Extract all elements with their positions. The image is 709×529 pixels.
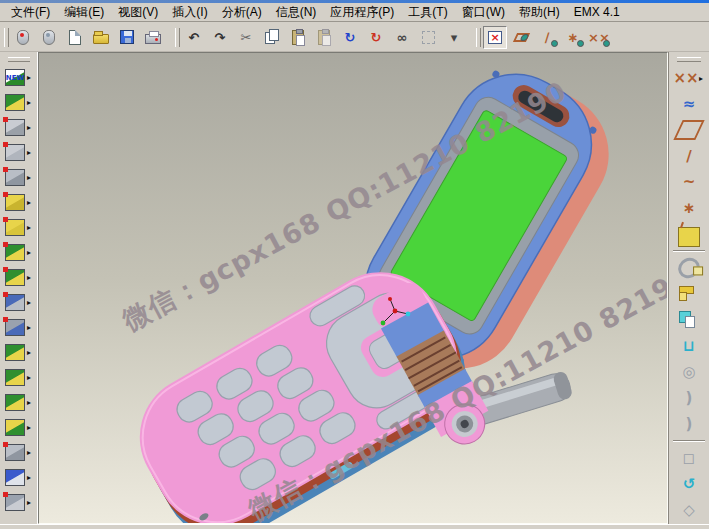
- cut-button[interactable]: ✂: [234, 26, 258, 49]
- datum-csys-toggle-button[interactable]: ××: [587, 26, 611, 49]
- blend[interactable]: ): [669, 411, 709, 437]
- flyout-arrow-icon: ▸: [27, 473, 31, 482]
- emx-cooling-icon: [5, 469, 25, 486]
- copy-geometry[interactable]: [669, 307, 709, 333]
- emx-equipment-icon: [5, 294, 25, 311]
- revolve[interactable]: ◎: [669, 359, 709, 385]
- emx-support-pillar[interactable]: ▸: [0, 415, 37, 440]
- emx-ejector-pin[interactable]: ▸: [0, 190, 37, 215]
- emx-moldbase[interactable]: ▸: [0, 90, 37, 115]
- emx-sleeve[interactable]: ▸: [0, 240, 37, 265]
- datum-planes-toggle-button[interactable]: [509, 26, 533, 49]
- blend-icon: ): [678, 414, 700, 434]
- menu-item-analysis[interactable]: 分析(A): [215, 3, 269, 22]
- mouse-help-button[interactable]: [11, 26, 35, 49]
- open-file-button[interactable]: [89, 26, 113, 49]
- paste-icon: [292, 30, 304, 45]
- toolbar-group-edit: ↶↷✂↻↻∞▾: [173, 24, 471, 51]
- 3d-viewport[interactable]: 微信：gcpx168 QQ:11210 82190 微信：gcpx168 QQ:…: [38, 52, 668, 524]
- menu-item-applications[interactable]: 应用程序(P): [323, 3, 401, 22]
- menu-item-tools[interactable]: 工具(T): [401, 3, 454, 22]
- paste-special-button[interactable]: [312, 26, 336, 49]
- regenerate-button[interactable]: ↻: [338, 26, 362, 49]
- undo-button[interactable]: ↶: [182, 26, 206, 49]
- flyout-arrow-icon: ▸: [27, 198, 31, 207]
- emx-cooling[interactable]: ▸: [0, 465, 37, 490]
- flyout-arrow-icon: ▸: [27, 223, 31, 232]
- datum-point[interactable]: ∗: [669, 195, 709, 221]
- emx-lifter[interactable]: ▸: [0, 340, 37, 365]
- curve[interactable]: ~: [669, 169, 709, 195]
- copy-button[interactable]: [260, 26, 284, 49]
- selection-filter-button[interactable]: [483, 26, 507, 49]
- cut-icon: ✂: [237, 28, 255, 46]
- emx-dowel[interactable]: ▸: [0, 140, 37, 165]
- save-file-button[interactable]: [115, 26, 139, 49]
- menu-item-window[interactable]: 窗口(W): [455, 3, 512, 22]
- emx-ejector-pin-2[interactable]: ▸: [0, 215, 37, 240]
- extrude[interactable]: [669, 281, 709, 307]
- menu-item-help[interactable]: 帮助(H): [512, 3, 567, 22]
- emx-ejector-pin-2-icon: [5, 219, 25, 236]
- flyout-arrow-icon: ▸: [27, 323, 31, 332]
- emx-mold-component[interactable]: ▸: [0, 315, 37, 340]
- centerline[interactable]: ∕: [669, 143, 709, 169]
- emx-guide-pin[interactable]: ▸: [0, 115, 37, 140]
- new-file-button[interactable]: [63, 26, 87, 49]
- open-file-icon: [93, 34, 109, 44]
- menu-item-emx[interactable]: EMX 4.1: [567, 4, 627, 20]
- centerline-icon: ∕: [678, 146, 700, 166]
- view-cube-icon: ◻: [678, 448, 700, 468]
- flyout-arrow-icon: ▸: [27, 373, 31, 382]
- view-cube[interactable]: ◻: [669, 445, 709, 471]
- sketch-points[interactable]: ××▸: [669, 65, 709, 91]
- flyout-arrow-icon: ▸: [27, 248, 31, 257]
- menu-item-info[interactable]: 信息(N): [269, 3, 324, 22]
- mouse-link-icon: [43, 30, 55, 45]
- boundary-icon: ◇: [678, 500, 700, 520]
- regenerate-custom-icon: ↻: [367, 28, 385, 46]
- selection-box-button[interactable]: [416, 26, 440, 49]
- datum-points-toggle-icon: ∗: [564, 28, 582, 46]
- copy-icon: [263, 28, 281, 46]
- regenerate-custom-button[interactable]: ↻: [364, 26, 388, 49]
- find-icon: ∞: [393, 28, 411, 46]
- paste-button[interactable]: [286, 26, 310, 49]
- emx-misc-component[interactable]: ▸: [0, 490, 37, 515]
- emx-screw[interactable]: ▸: [0, 165, 37, 190]
- emx-slider[interactable]: ▸: [0, 265, 37, 290]
- emx-moldbase-icon: [5, 94, 25, 111]
- menu-item-insert[interactable]: 插入(I): [165, 3, 214, 22]
- flyout-arrow-icon: ▸: [27, 423, 31, 432]
- datum-axes-toggle-button[interactable]: ∕: [535, 26, 559, 49]
- shell[interactable]: ⊔: [669, 333, 709, 359]
- selection-dropdown-button[interactable]: ▾: [442, 26, 466, 49]
- flyout-arrow-icon: ▸: [27, 273, 31, 282]
- emx-latch[interactable]: ▸: [0, 365, 37, 390]
- print-button[interactable]: [141, 26, 165, 49]
- flyout-arrow-icon: ▸: [27, 148, 31, 157]
- emx-project-new[interactable]: NEW▸: [0, 65, 37, 90]
- toolbar-group-datum-display: ∕∗××: [474, 24, 616, 51]
- menu-item-file[interactable]: 文件(F): [4, 3, 57, 22]
- parallelogram-icon: [673, 120, 704, 140]
- emx-equipment[interactable]: ▸: [0, 290, 37, 315]
- sweep[interactable]: ): [669, 385, 709, 411]
- emx-misc-component-icon: [5, 494, 25, 511]
- emx-mold-component-icon: [5, 319, 25, 336]
- datum-points-toggle-button[interactable]: ∗: [561, 26, 585, 49]
- redo-button[interactable]: ↷: [208, 26, 232, 49]
- emx-plate-set[interactable]: ▸: [0, 390, 37, 415]
- refit-view[interactable]: ↺: [669, 471, 709, 497]
- emx-runner[interactable]: ▸: [0, 440, 37, 465]
- sketch-csys[interactable]: [669, 221, 709, 247]
- menu-item-edit[interactable]: 编辑(E): [57, 3, 111, 22]
- ellipse[interactable]: [669, 255, 709, 281]
- boundary[interactable]: ◇: [669, 497, 709, 523]
- parallelogram[interactable]: [669, 117, 709, 143]
- mouse-link-button[interactable]: [37, 26, 61, 49]
- app-window: 文件(F)编辑(E)视图(V)插入(I)分析(A)信息(N)应用程序(P)工具(…: [0, 0, 709, 529]
- find-button[interactable]: ∞: [390, 26, 414, 49]
- menu-item-view[interactable]: 视图(V): [111, 3, 165, 22]
- spline[interactable]: ≈: [669, 91, 709, 117]
